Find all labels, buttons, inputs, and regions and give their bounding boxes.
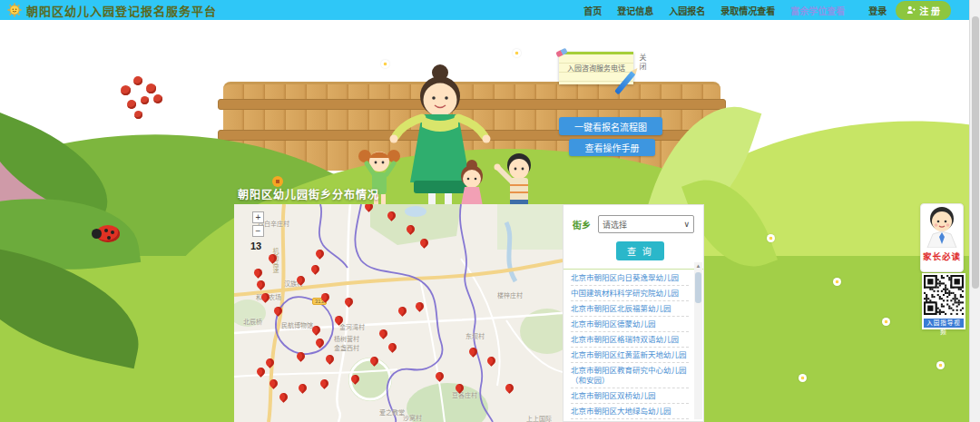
- app-header: 朝阳区幼儿入园登记报名服务平台 首页登记信息入园报名录取情况查看富余学位查看 登…: [0, 0, 969, 20]
- street-filter-row: 街乡 请选择 ∨: [564, 205, 703, 233]
- view-manual-button[interactable]: 查看操作手册: [569, 139, 655, 156]
- list-scrollbar[interactable]: ▲: [694, 262, 702, 419]
- chevron-down-icon: ∨: [683, 220, 690, 229]
- page-scrollbar[interactable]: [969, 0, 980, 422]
- parents-must-read-card[interactable]: 家长必读: [920, 203, 964, 272]
- ladybug-illustration: [96, 225, 120, 242]
- map-place-label: 民航博物馆: [281, 320, 313, 329]
- note-text: 入园咨询服务电话: [559, 63, 633, 73]
- zoom-in-button[interactable]: +: [252, 211, 264, 223]
- map-title: 朝阳区幼儿园街乡分布情况: [238, 186, 379, 201]
- map-place-label: 北辰桥: [243, 317, 262, 326]
- kindergarten-link[interactable]: 北京市朝阳区格瑞特双语幼儿园: [571, 332, 689, 348]
- berry: [141, 96, 149, 104]
- note-paper: 入园咨询服务电话: [559, 52, 633, 84]
- berry: [127, 100, 136, 109]
- berry: [146, 83, 156, 93]
- daisy-flower: [882, 318, 890, 326]
- kindergarten-link[interactable]: 北京市朝阳区北辰福第幼儿园: [571, 301, 689, 317]
- register-label: 注 册: [919, 4, 940, 17]
- berry: [134, 111, 142, 119]
- daisy-flower: [833, 278, 841, 286]
- zoom-out-button[interactable]: −: [252, 225, 264, 237]
- daisy-flower: [799, 374, 807, 382]
- person-plus-icon: [906, 5, 916, 15]
- map-place-label: 金河湾村: [339, 322, 365, 331]
- nav-item-0[interactable]: 首页: [583, 4, 602, 17]
- map-place-label: 沙窝村: [403, 413, 422, 422]
- kindergarten-link[interactable]: 北京市朝阳区德蒙幼儿园: [571, 317, 689, 332]
- berry: [153, 94, 162, 103]
- list-scrollbar-thumb[interactable]: [695, 272, 701, 303]
- daisy-flower: [513, 49, 521, 57]
- filter-panel: 街乡 请选择 ∨ 查 询 北京市朝阳区向日葵逸翠幼儿园中国建筑材料科学研究院幼儿…: [563, 204, 704, 422]
- kindergarten-link[interactable]: 中国建筑材料科学研究院幼儿园: [571, 286, 689, 301]
- consult-note-banner[interactable]: 入园咨询服务电话 关闭: [559, 52, 633, 84]
- register-button[interactable]: 注 册: [896, 1, 951, 20]
- nav-item-3[interactable]: 录取情况查看: [720, 4, 775, 17]
- berry: [133, 76, 142, 85]
- kindergarten-link[interactable]: 北京市朝阳区大地绿岛幼儿园: [571, 404, 689, 419]
- sun-icon: [7, 3, 22, 17]
- main-nav: 首页登记信息入园报名录取情况查看富余学位查看: [583, 4, 845, 17]
- kindergarten-link[interactable]: 北京市朝阳区向日葵逸翠幼儿园: [571, 270, 689, 286]
- street-select[interactable]: 请选择 ∨: [598, 215, 694, 233]
- nav-item-2[interactable]: 入园报名: [669, 4, 705, 17]
- map-zoom-level: 13: [250, 240, 261, 251]
- page-scrollbar-thumb[interactable]: [972, 16, 979, 289]
- triangle-up-icon[interactable]: ▲: [694, 262, 702, 270]
- nav-item-4[interactable]: 富余学位查看: [790, 4, 845, 17]
- qr-code-card: 入园指导视频: [922, 273, 965, 329]
- cartoon-boy-icon: [922, 204, 962, 248]
- kindergarten-link[interactable]: 北京市朝阳区红黄蓝新天地幼儿园: [571, 348, 689, 363]
- kindergarten-list: 北京市朝阳区向日葵逸翠幼儿园中国建筑材料科学研究院幼儿园北京市朝阳区北辰福第幼儿…: [564, 270, 703, 422]
- qr-code: [924, 275, 964, 315]
- daisy-flower: [767, 234, 775, 242]
- map-place-label: 杨树营村: [334, 334, 359, 343]
- map-zoom-control: + −: [252, 211, 264, 239]
- map-place-label: 楼梓庄村: [497, 290, 523, 299]
- query-button[interactable]: 查 询: [616, 241, 664, 260]
- login-link[interactable]: 登录: [868, 4, 887, 17]
- note-close-button[interactable]: 关闭: [637, 54, 647, 72]
- kindergarten-link[interactable]: 北京市朝阳区双桥幼儿园: [571, 388, 689, 404]
- kindergarten-link[interactable]: 北京市朝阳区教育研究中心幼儿园（和安园）: [571, 363, 689, 388]
- parents-card-label: 家长必读: [921, 250, 963, 262]
- berry: [121, 85, 131, 95]
- map-place-label: 爱之教堂: [379, 407, 405, 417]
- brand: 朝阳区幼儿入园登记报名服务平台: [7, 2, 217, 19]
- qr-card-label: 入园指导视频: [924, 319, 964, 328]
- map-place-label: 上上国际: [526, 414, 552, 422]
- map-place-label: 东坝村: [466, 331, 485, 340]
- daisy-flower: [936, 361, 945, 369]
- select-value: 请选择: [603, 219, 627, 231]
- baidu-map[interactable]: 西白辛庄村楼梓庄村汉族村和平农场机场高速313北辰桥民航博物馆金河湾村杨树营村金…: [234, 204, 563, 422]
- map-place-label: 豆各庄村: [452, 390, 477, 399]
- street-label: 街乡: [573, 218, 591, 231]
- nav-item-1[interactable]: 登记信息: [617, 4, 653, 17]
- view-process-button[interactable]: 一键看报名流程图: [559, 117, 662, 135]
- map-place-label: 金盏西村: [334, 343, 359, 352]
- page-title: 朝阳区幼儿入园登记报名服务平台: [26, 2, 217, 19]
